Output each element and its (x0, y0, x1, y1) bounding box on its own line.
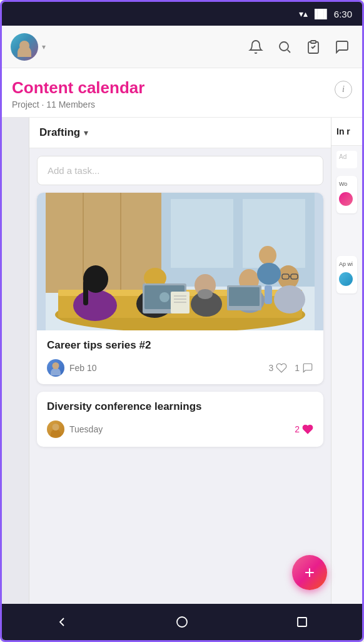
user-avatar-container[interactable]: ▾ (11, 33, 46, 61)
svg-point-33 (259, 246, 276, 265)
clipboard-icon[interactable] (302, 36, 325, 58)
home-icon (174, 614, 190, 629)
svg-rect-43 (298, 618, 306, 626)
notification-icon[interactable] (245, 36, 267, 58)
columns-area: Drafting ▾ Add a task... (2, 118, 362, 604)
search-svg (277, 39, 292, 54)
fab-icon: + (305, 564, 315, 581)
task-meta-diversity: Tuesday 2 (47, 420, 313, 438)
task-comments-career[interactable]: 1 (295, 362, 313, 374)
fab-add-button[interactable]: + (292, 555, 327, 590)
bottom-nav (2, 604, 362, 640)
right-card-0[interactable]: Wo (336, 176, 357, 213)
back-icon (54, 614, 69, 629)
recent-icon (295, 614, 310, 629)
column-content-drafting: Add a task... (29, 148, 331, 604)
svg-rect-29 (274, 285, 305, 313)
message-icon[interactable] (331, 36, 353, 58)
comment-icon-career (302, 362, 313, 374)
home-button[interactable] (171, 611, 193, 633)
right-avatar-1 (339, 272, 353, 286)
top-nav: ▾ (2, 26, 362, 68)
task-user-diversity: Tuesday (47, 420, 103, 438)
task-avatar-career (47, 359, 64, 377)
column-collapsed-left (2, 118, 29, 604)
svg-rect-2 (311, 41, 316, 43)
right-card-text-1: Ap wi (339, 261, 355, 268)
task-title-career: Career tips series #2 (47, 339, 313, 352)
avatar-dropdown-arrow[interactable]: ▾ (42, 43, 46, 51)
svg-rect-5 (171, 199, 233, 268)
svg-rect-14 (73, 290, 117, 321)
column-title-drafting: Drafting (39, 126, 80, 139)
recent-apps-button[interactable] (291, 611, 313, 633)
project-subtitle: Project · 11 Members (12, 99, 144, 110)
column-right-content: Ad Wo Ap wi (331, 146, 362, 298)
task-card-diversity[interactable]: Diversity conference learnings Tuesday 2 (37, 392, 323, 447)
column-right-partial: In r Ad Wo Ap wi (331, 118, 362, 604)
task-meta-career: Feb 10 3 1 (47, 359, 313, 377)
time-display: 6:30 (334, 9, 352, 19)
right-card-1[interactable]: Ap wi (336, 256, 357, 293)
task-card-career-tips[interactable]: Career tips series #2 Feb 10 3 (37, 193, 323, 384)
column-header-drafting[interactable]: Drafting ▾ (29, 118, 331, 148)
info-icon[interactable]: i (335, 81, 352, 98)
svg-rect-41 (265, 285, 272, 304)
svg-line-1 (288, 49, 290, 52)
task-date-career: Feb 10 (69, 363, 97, 373)
column-right-header: In r (331, 118, 362, 146)
status-icons: ▾▴ ▐█▌ 6:30 (299, 9, 352, 19)
task-user-career: Feb 10 (47, 359, 97, 377)
likes-count-career: 3 (268, 363, 273, 373)
back-button[interactable] (51, 611, 73, 633)
wifi-icon: ▾▴ (299, 9, 308, 19)
column-chevron-drafting: ▾ (84, 128, 88, 138)
message-svg (335, 39, 350, 54)
meeting-scene-svg (37, 193, 323, 330)
task-date-diversity: Tuesday (69, 424, 103, 434)
clipboard-svg (306, 39, 321, 54)
svg-point-0 (280, 42, 288, 51)
task-actions-diversity: 2 (295, 424, 313, 435)
comments-count-career: 1 (295, 363, 300, 373)
phone-frame: ▾▴ ▐█▌ 6:30 ▾ (0, 0, 364, 642)
status-bar: ▾▴ ▐█▌ 6:30 (2, 2, 362, 26)
likes-count-diversity: 2 (295, 424, 300, 434)
right-avatar-0 (339, 192, 353, 206)
task-card-body-career: Career tips series #2 Feb 10 3 (37, 330, 323, 384)
svg-point-22 (159, 292, 169, 302)
column-right-title: In r (336, 126, 357, 136)
project-title: Content calendar (12, 78, 144, 98)
add-task-input[interactable]: Add a task... (37, 156, 323, 185)
task-likes-career[interactable]: 3 (268, 362, 287, 374)
task-actions-career: 3 1 (268, 362, 313, 374)
right-add-task[interactable]: Ad (336, 151, 357, 168)
task-likes-diversity[interactable]: 2 (295, 424, 313, 435)
search-icon[interactable] (273, 36, 296, 58)
svg-point-25 (198, 289, 213, 299)
svg-point-42 (177, 617, 187, 627)
task-card-image (37, 193, 323, 330)
svg-rect-34 (257, 263, 281, 285)
right-card-text-0: Wo (339, 181, 355, 188)
column-drafting: Drafting ▾ Add a task... (29, 118, 331, 604)
task-avatar-diversity (47, 420, 64, 438)
bell-svg (248, 39, 263, 54)
task-title-diversity: Diversity conference learnings (47, 400, 313, 413)
heart-icon-career (276, 362, 287, 374)
battery-icon: ▐█▌ (311, 9, 330, 19)
svg-rect-16 (83, 280, 88, 305)
heart-icon-diversity (302, 424, 313, 435)
project-header: Content calendar Project · 11 Members i (2, 68, 362, 118)
project-info: Content calendar Project · 11 Members (12, 78, 144, 110)
avatar[interactable] (11, 33, 38, 61)
svg-rect-36 (229, 287, 260, 306)
